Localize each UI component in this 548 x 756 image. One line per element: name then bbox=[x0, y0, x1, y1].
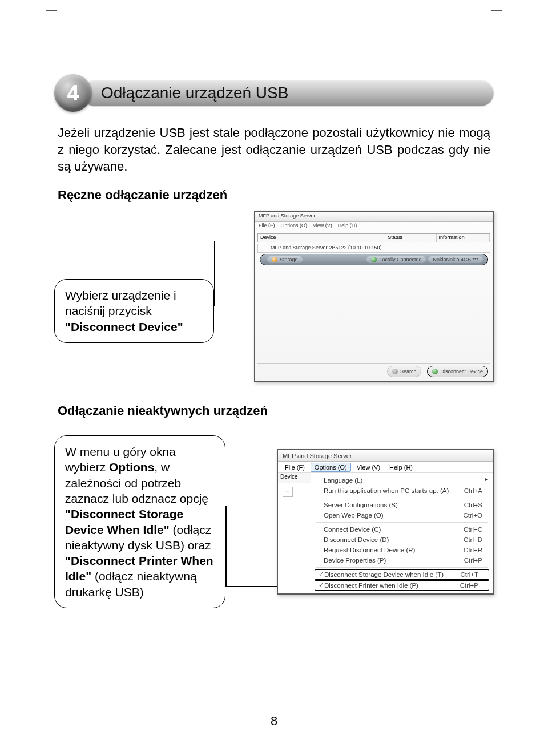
menu-item-label: Disconnect Device (D) bbox=[324, 536, 389, 543]
menu-item-shortcut: Ctrl+R bbox=[464, 547, 488, 553]
menu-item-shortcut: Ctrl+P bbox=[464, 557, 488, 564]
menu-item-shortcut: Ctrl+A bbox=[464, 487, 488, 494]
menu-item-label: Language (L) bbox=[324, 477, 362, 484]
figure-2: W menu u góry okna wybierz Options, w za… bbox=[54, 426, 494, 632]
menu-item-label: Server Configurations (S) bbox=[324, 502, 398, 508]
menu-item-label: Request Disconnect Device (R) bbox=[324, 547, 415, 553]
page-content: 4 Odłączanie urządzeń USB Jeżeli urządze… bbox=[54, 74, 494, 705]
left-header: Device bbox=[278, 473, 311, 483]
options-menu-item[interactable]: Disconnect Storage Device when Idle (T)C… bbox=[315, 569, 489, 580]
server-row[interactable]: MFP and Storage Server-2B5122 (10.10.10.… bbox=[257, 244, 490, 253]
subheading-idle: Odłączanie nieaktywnych urządzeń bbox=[58, 403, 494, 418]
options-menu-item[interactable]: Language (L) bbox=[311, 475, 493, 486]
device-name: Storage bbox=[280, 257, 298, 262]
c2-b1: Options bbox=[109, 460, 154, 474]
options-dropdown-menu: Language (L)Run this application when PC… bbox=[311, 473, 493, 593]
intro-paragraph: Jeżeli urządzenie USB jest stale podłącz… bbox=[58, 124, 490, 175]
status-icon bbox=[371, 257, 377, 262]
section-heading: 4 Odłączanie urządzeń USB bbox=[54, 74, 494, 112]
options-menu-item[interactable]: Device Properties (P)Ctrl+P bbox=[311, 555, 493, 565]
search-label: Search bbox=[400, 369, 417, 374]
footer-rule bbox=[54, 710, 494, 710]
callout1-bold: "Disconnect Device" bbox=[65, 320, 183, 333]
collapse-icon[interactable]: − bbox=[283, 487, 293, 497]
device-status: Locally Connected bbox=[379, 257, 421, 262]
col-status: Status bbox=[385, 234, 436, 242]
disconnect-device-button[interactable]: Disconnect Device bbox=[427, 366, 488, 377]
connector-line bbox=[214, 241, 254, 306]
callout-disconnect-device: Wybierz urządzenie i naciśnij przycisk "… bbox=[54, 279, 214, 343]
menu-help[interactable]: Help (H) bbox=[338, 223, 357, 230]
options-menu-item[interactable]: Request Disconnect Device (R)Ctrl+R bbox=[311, 545, 493, 555]
menu-options[interactable]: Options (O) bbox=[281, 223, 308, 230]
menu-item-shortcut: Ctrl+T bbox=[460, 571, 484, 578]
device-table-header: Device Status Information bbox=[257, 233, 490, 242]
menu-item-label: Disconnect Printer when Idle (P) bbox=[324, 582, 418, 589]
menu-separator bbox=[316, 567, 488, 568]
search-icon bbox=[392, 369, 398, 374]
crop-mark-tl bbox=[46, 10, 57, 22]
callout-options-menu: W menu u góry okna wybierz Options, w za… bbox=[54, 435, 225, 608]
window2-titlebar: MFP and Storage Server bbox=[278, 450, 493, 462]
window2-menubar[interactable]: File (F) Options (O) View (V) Help (H) bbox=[278, 462, 493, 473]
window-title: MFP and Storage Server bbox=[259, 213, 315, 219]
page-number: 8 bbox=[0, 714, 548, 729]
menu2-options[interactable]: Options (O) bbox=[311, 463, 351, 472]
menu-item-shortcut: Ctrl+P bbox=[460, 582, 484, 589]
disconnect-label: Disconnect Device bbox=[440, 369, 483, 374]
menu2-view[interactable]: View (V) bbox=[353, 463, 384, 471]
device-row-highlighted[interactable]: Storage Locally Connected NokiaNokia 4GB… bbox=[260, 254, 488, 265]
window-titlebar: MFP and Storage Server bbox=[255, 212, 493, 222]
search-button[interactable]: Search bbox=[387, 366, 422, 377]
window2-left-pane: Device − bbox=[278, 473, 311, 593]
screenshot-app-window-2: MFP and Storage Server File (F) Options … bbox=[277, 449, 494, 595]
connector-line-2 bbox=[225, 586, 277, 587]
menu-item-label: Connect Device (C) bbox=[324, 526, 381, 533]
menu-item-shortcut: Ctrl+D bbox=[464, 536, 488, 543]
col-info: Information bbox=[437, 234, 490, 242]
menu-item-label: Device Properties (P) bbox=[324, 557, 386, 564]
options-menu-item[interactable]: Disconnect Printer when Idle (P)Ctrl+P bbox=[315, 580, 489, 591]
menu-item-shortcut: Ctrl+O bbox=[463, 512, 488, 519]
menu2-file[interactable]: File (F) bbox=[281, 463, 308, 471]
options-menu-item[interactable]: Connect Device (C)Ctrl+C bbox=[311, 524, 493, 535]
device-info: NokiaNokia 4GB *** bbox=[428, 256, 483, 263]
section-number-badge: 4 bbox=[54, 74, 92, 112]
subheading-manual: Ręczne odłączanie urządzeń bbox=[58, 188, 494, 203]
callout1-text: Wybierz urządzenie i naciśnij przycisk bbox=[65, 289, 176, 317]
crop-mark-tr bbox=[491, 10, 502, 22]
menu-item-label: Run this application when PC starts up. … bbox=[324, 487, 449, 494]
options-menu-item[interactable]: Disconnect Device (D)Ctrl+D bbox=[311, 535, 493, 545]
screenshot-app-window-1: MFP and Storage Server File (F) Options … bbox=[254, 211, 494, 382]
window-bottom-toolbar: Search Disconnect Device bbox=[257, 363, 490, 378]
menu-item-shortcut: Ctrl+S bbox=[464, 502, 488, 508]
menu-separator bbox=[316, 498, 488, 498]
menu2-help[interactable]: Help (H) bbox=[386, 463, 416, 471]
figure-1: Wybierz urządzenie i naciśnij przycisk "… bbox=[54, 211, 494, 393]
window2-title: MFP and Storage Server bbox=[283, 452, 352, 459]
menu-view[interactable]: View (V) bbox=[313, 223, 332, 230]
window-menubar[interactable]: File (F) Options (O) View (V) Help (H) bbox=[255, 222, 493, 231]
options-menu-item[interactable]: Server Configurations (S)Ctrl+S bbox=[311, 500, 493, 510]
options-menu-item[interactable]: Run this application when PC starts up. … bbox=[311, 486, 493, 496]
menu-item-label: Open Web Page (O) bbox=[324, 512, 384, 519]
section-title: Odłączanie urządzeń USB bbox=[82, 80, 494, 106]
c2-b2: "Disconnect Storage Device When Idle" bbox=[65, 507, 183, 536]
check-icon bbox=[432, 369, 438, 374]
options-menu-item[interactable]: Open Web Page (O)Ctrl+O bbox=[311, 510, 493, 520]
storage-icon bbox=[272, 257, 277, 262]
menu-separator bbox=[316, 522, 488, 523]
menu-file[interactable]: File (F) bbox=[259, 223, 275, 230]
col-device: Device bbox=[258, 234, 385, 242]
menu-item-shortcut: Ctrl+C bbox=[464, 526, 488, 533]
menu-item-label: Disconnect Storage Device when Idle (T) bbox=[324, 571, 444, 578]
